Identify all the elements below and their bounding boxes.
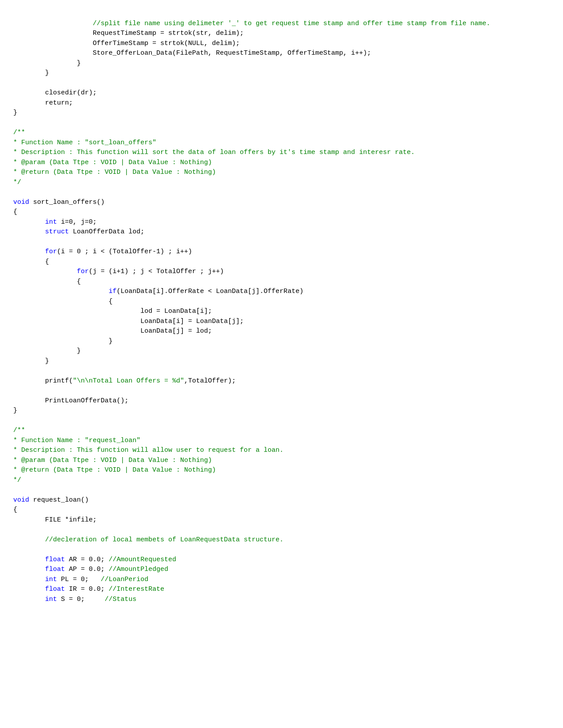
code-var-s: S = 0; — [57, 596, 105, 603]
code-nl3 — [13, 585, 45, 593]
code-nl4 — [13, 596, 45, 603]
code-line2: RequestTimeStamp = strtok(str, delim); O… — [13, 30, 371, 116]
code-comment-block2: /** * Function Name : "request_loan" * D… — [13, 427, 283, 484]
code-blank1 — [13, 556, 45, 563]
code-keyword-if1: if — [109, 288, 117, 295]
code-nl2 — [13, 576, 45, 583]
code-var-ar: AR = 0.0; — [65, 556, 109, 563]
code-var-ap: AP = 0.0; — [65, 566, 109, 573]
code-keyword-int3: int — [45, 596, 57, 603]
code-keyword-for1: for — [45, 248, 57, 255]
code-printf1a: printf( — [45, 377, 73, 385]
code-nl1 — [13, 566, 45, 573]
code-comment-ir: //InterestRate — [109, 585, 164, 593]
code-printf1-str: "\n\nTotal Loan Offers = %d" — [73, 377, 184, 385]
code-comment-pl: //LoanPeriod — [101, 576, 148, 583]
code-keyword-struct1: struct — [45, 228, 69, 236]
code-keyword-void2: void — [13, 496, 29, 504]
code-keyword-for2: for — [77, 268, 89, 275]
code-keyword-float3: float — [45, 585, 65, 593]
code-comment-decl: //decleration of local membets of LoanRe… — [45, 536, 283, 544]
code-keyword-void1: void — [13, 199, 29, 206]
code-comment-s: //Status — [105, 596, 136, 603]
code-comment-line1: //split file name using delimeter '_' to… — [13, 20, 490, 27]
code-comment-block1: /** * Function Name : "sort_loan_offers"… — [13, 129, 415, 186]
code-var-ir: IR = 0.0; — [65, 585, 109, 593]
code-keyword-int2: int — [45, 576, 57, 583]
code-keyword-int1: int — [45, 218, 57, 226]
code-comment-ap: //AmountPledged — [109, 566, 168, 573]
code-if1: (LoanData[i].OfferRate < LoanData[j].Off… — [13, 288, 303, 385]
code-var-pl: PL = 0; — [57, 576, 101, 583]
code-keyword-float2: float — [45, 566, 65, 573]
code-editor: //split file name using delimeter '_' to… — [13, 9, 550, 604]
code-keyword-float1: float — [45, 556, 65, 563]
code-comment-ar: //AmountRequested — [109, 556, 176, 563]
